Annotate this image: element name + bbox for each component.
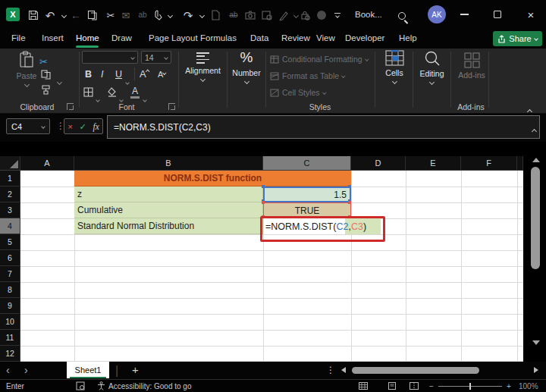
font-dialog-launcher-icon[interactable] — [168, 103, 175, 110]
cancel-button[interactable]: × — [67, 122, 73, 131]
cut-icon[interactable]: ✂ — [105, 8, 117, 22]
row-header-2[interactable]: 2 — [0, 187, 20, 202]
horizontal-scrollbar-thumb[interactable] — [352, 367, 479, 374]
name-box[interactable]: C4 — [6, 118, 50, 134]
copy-icon[interactable] — [86, 8, 99, 22]
row-header-6[interactable]: 6 — [0, 250, 20, 266]
tab-file[interactable]: File — [11, 33, 26, 42]
vertical-scrollbar-thumb[interactable] — [531, 167, 540, 269]
minimize-button[interactable] — [452, 0, 476, 29]
column-header-b[interactable]: B — [74, 156, 263, 171]
cell-c2[interactable]: 1.5 — [263, 187, 351, 202]
tab-home[interactable]: Home — [76, 33, 99, 42]
tab-review[interactable]: Review — [281, 33, 310, 42]
tab-developer[interactable]: Developer — [345, 33, 384, 42]
formula-input[interactable]: =NORM.S.DIST(C2,C3) — [107, 115, 540, 139]
format-as-table-button[interactable]: Format as Table — [270, 71, 345, 80]
zoom-slider-thumb[interactable] — [469, 383, 471, 390]
touch-mode-dropdown-icon[interactable] — [164, 8, 176, 22]
number-button[interactable]: % Number — [228, 49, 265, 83]
next-sheet-icon[interactable]: › — [24, 364, 28, 376]
italic-button[interactable]: I — [101, 69, 103, 80]
page-layout-view-icon[interactable] — [388, 382, 397, 390]
scroll-down-icon[interactable] — [532, 340, 540, 345]
column-header-c[interactable]: C — [263, 156, 351, 171]
zoom-in-button[interactable]: + — [507, 382, 511, 390]
column-header-d[interactable]: D — [351, 156, 406, 171]
font-name-select[interactable] — [82, 51, 138, 64]
redo-dropdown-icon[interactable] — [196, 8, 208, 22]
tab-page-layout[interactable]: Page Layout — [149, 33, 198, 42]
undo-button[interactable]: ↶ — [44, 8, 56, 22]
font-color-button[interactable]: A — [130, 86, 140, 99]
cell-styles-button[interactable]: Cell Styles — [270, 88, 325, 97]
hscroll-right-icon[interactable] — [534, 367, 538, 373]
decrease-font-button[interactable]: A — [158, 70, 166, 79]
cell-b1-title[interactable]: NORM.S.DIST function — [74, 171, 351, 187]
underline-dropdown-icon[interactable] — [126, 74, 129, 87]
save-icon[interactable] — [27, 8, 39, 22]
row-header-8[interactable]: 8 — [0, 282, 20, 298]
share-button[interactable]: Share — [493, 31, 542, 46]
underline-button[interactable]: U — [115, 69, 122, 80]
insert-function-button[interactable]: fx — [93, 122, 99, 131]
add-sheet-button[interactable]: + — [132, 363, 139, 376]
select-all-corner[interactable] — [0, 156, 20, 171]
paste-button[interactable]: Paste — [11, 51, 42, 86]
macro-record-icon[interactable] — [76, 381, 85, 390]
touch-mode-icon[interactable] — [152, 8, 164, 22]
avatar[interactable]: AK — [428, 5, 446, 24]
editing-button[interactable]: Editing — [415, 50, 449, 84]
row-header-1[interactable]: 1 — [0, 171, 20, 187]
column-header-e[interactable]: E — [406, 156, 461, 171]
cell-b2[interactable]: z — [74, 187, 263, 202]
row-header-12[interactable]: 12 — [0, 346, 20, 362]
row-header-9[interactable]: 9 — [0, 298, 20, 314]
hscroll-left-icon[interactable] — [341, 367, 346, 373]
row-header-3[interactable]: 3 — [0, 202, 20, 218]
cell-b4[interactable]: Standard Normal Distribution — [74, 218, 263, 234]
page-break-view-icon[interactable] — [410, 382, 419, 390]
accessibility-status[interactable]: Accessibility: Good to go — [108, 382, 192, 390]
borders-button[interactable] — [83, 87, 93, 97]
copy-dropdown-icon[interactable] — [58, 74, 61, 87]
cell-b3[interactable]: Cumulative — [74, 202, 263, 218]
zoom-out-button[interactable]: − — [429, 382, 434, 390]
format-painter-button[interactable] — [41, 85, 52, 95]
copy-button[interactable] — [41, 70, 51, 80]
conditional-formatting-button[interactable]: Conditional Formatting — [270, 55, 368, 64]
maximize-button[interactable] — [485, 0, 510, 29]
font-size-select[interactable]: 14 — [141, 51, 171, 64]
row-header-11[interactable]: 11 — [0, 330, 20, 346]
qat-overflow-icon[interactable] — [331, 8, 344, 22]
tab-draw[interactable]: Draw — [111, 33, 132, 42]
sheet-tab-sheet1[interactable]: Sheet1 — [67, 362, 109, 378]
row-header-10[interactable]: 10 — [0, 314, 20, 330]
tab-insert[interactable]: Insert — [42, 33, 64, 42]
normal-view-icon[interactable] — [359, 382, 368, 390]
column-header-a[interactable]: A — [20, 156, 74, 171]
fill-color-button[interactable] — [107, 87, 118, 97]
tab-help[interactable]: Help — [399, 33, 417, 42]
tab-formulas[interactable]: Formulas — [200, 33, 237, 42]
sheet-options-icon[interactable]: ⋮ — [326, 365, 335, 375]
alignment-button[interactable]: Alignment — [180, 52, 226, 81]
tab-view[interactable]: View — [316, 33, 335, 42]
search-icon[interactable] — [396, 9, 408, 23]
row-header-4[interactable]: 4 — [0, 218, 20, 234]
cut-button[interactable]: ✂ — [39, 56, 48, 67]
close-button[interactable]: × — [519, 0, 543, 29]
zoom-level[interactable]: 100% — [519, 382, 538, 390]
row-header-5[interactable]: 5 — [0, 234, 20, 250]
clipboard-dialog-launcher-icon[interactable] — [67, 103, 74, 110]
increase-font-button[interactable]: A — [140, 68, 149, 80]
undo-dropdown-icon[interactable] — [58, 8, 70, 22]
prev-sheet-icon[interactable]: ‹ — [6, 364, 10, 376]
expand-formula-bar-icon[interactable] — [532, 123, 536, 136]
cells-button[interactable]: Cells — [377, 50, 412, 83]
bold-button[interactable]: B — [85, 69, 92, 80]
redo-button[interactable]: ↷ — [182, 8, 194, 22]
accessibility-icon[interactable] — [97, 381, 105, 390]
enter-button[interactable]: ✓ — [79, 121, 86, 132]
column-header-f[interactable]: F — [461, 156, 517, 171]
